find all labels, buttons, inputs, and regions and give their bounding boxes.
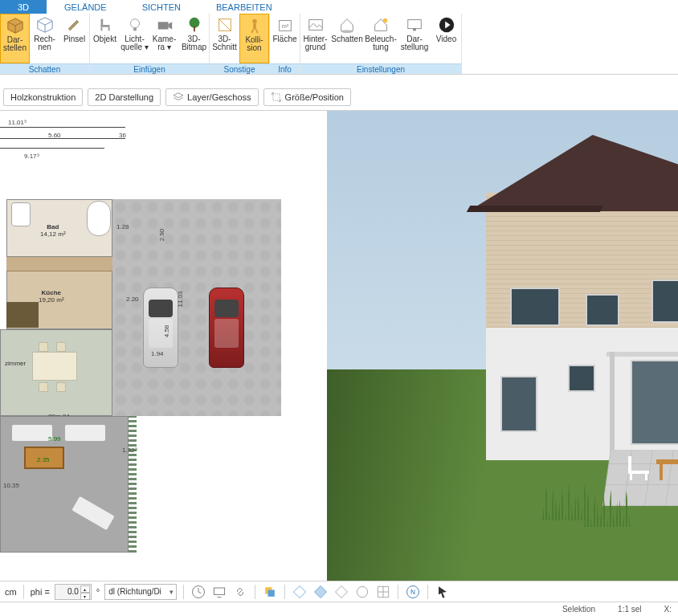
svg-point-16 (252, 19, 257, 24)
svg-rect-9 (133, 28, 137, 31)
ribbon: Dar-stellen Rech-nen Pinsel Schatten Obj… (0, 14, 678, 75)
status-scale: 1:1 sel (618, 605, 641, 614)
svg-point-41 (357, 586, 368, 597)
spin-up-icon[interactable]: ▴ (80, 585, 90, 593)
mode-dropdown[interactable]: dl (Richtung/Di (104, 584, 177, 600)
tree-icon (186, 16, 203, 34)
house-shadow-icon (338, 16, 356, 34)
snap2-icon[interactable] (312, 584, 329, 600)
svg-rect-28 (413, 29, 416, 31)
phi-label: phi = (31, 587, 50, 597)
render-3d-view[interactable] (327, 111, 678, 581)
cube-icon (6, 17, 24, 35)
label: Bitmap (182, 43, 206, 51)
main-tabstrip: 3D GELÄNDE SICHTEN BEARBEITEN (0, 0, 678, 14)
hintergrund-button[interactable]: Hinter-grund (300, 14, 330, 63)
objekt-button[interactable]: Objekt (90, 14, 120, 63)
group-label: Einfügen (90, 63, 209, 74)
ribbon-group-schatten: Dar-stellen Rech-nen Pinsel Schatten (0, 14, 90, 74)
plan-2d-view[interactable]: 11.01⁵ 5.60 36 9.17⁵ 2.90 2.20 11.03 4.5… (0, 111, 327, 581)
cursor-icon[interactable] (435, 584, 451, 600)
svg-rect-13 (194, 27, 195, 31)
dim-label: 1.28 (116, 223, 129, 230)
bitmap3d-button[interactable]: 3D-Bitmap (179, 14, 209, 63)
snap4-icon[interactable] (354, 584, 370, 600)
label: Fläche (272, 35, 296, 43)
north-icon[interactable]: N (405, 584, 421, 600)
bulb-icon (126, 16, 144, 34)
tab-sichten[interactable]: SICHTEN (125, 0, 198, 14)
darstellen-button[interactable]: Dar-stellen (0, 14, 30, 63)
svg-rect-32 (272, 94, 279, 100)
label: Holzkonstruktion (10, 92, 76, 102)
label: Größe/Position (285, 92, 344, 102)
svg-marker-11 (168, 22, 172, 29)
spin-down-icon[interactable]: ▾ (80, 593, 90, 600)
dim-label: 10.35 (3, 482, 19, 489)
beleuchtung-button[interactable]: Beleuch-tung (364, 14, 398, 63)
tab-bearbeiten[interactable]: BEARBEITEN (198, 0, 290, 14)
monitor-icon (406, 16, 423, 34)
tab-3d[interactable]: 3D (0, 0, 47, 14)
snap3-icon[interactable] (333, 584, 349, 600)
snap1-icon[interactable] (292, 584, 308, 600)
svg-rect-27 (408, 20, 422, 29)
darstellung-button[interactable]: Dar-stellung (398, 14, 431, 63)
clock-icon[interactable] (190, 584, 206, 600)
kamera-button[interactable]: Kame-ra ▾ (149, 14, 179, 63)
layer-geschoss-button[interactable]: Layer/Geschoss (165, 88, 258, 106)
label: 2D Darstellung (95, 92, 153, 102)
svg-point-12 (189, 18, 199, 28)
group-label: Sonstige (210, 63, 269, 74)
label: Video (436, 35, 456, 43)
dining-table (32, 352, 77, 381)
svg-marker-31 (174, 93, 183, 98)
play-icon (438, 16, 455, 34)
status-selektion: Selektion (562, 605, 595, 614)
schnitt3d-button[interactable]: 3D-Schnitt (210, 14, 239, 63)
slice-icon (216, 16, 234, 34)
status-x: X: (664, 605, 672, 614)
dim-label: 9.17⁵ (24, 153, 39, 160)
svg-point-8 (130, 19, 139, 28)
status-bar: Selektion 1:1 sel X: (0, 602, 678, 616)
secondary-toolbar: Holzkonstruktion 2D Darstellung Layer/Ge… (0, 75, 678, 111)
ribbon-group-einstellungen: Hinter-grund Schatten Beleuch-tung Dar-s… (300, 14, 462, 74)
layer1-icon[interactable] (262, 584, 278, 600)
svg-rect-10 (157, 22, 168, 29)
label: quelle ▾ (120, 43, 148, 51)
label: tung (365, 43, 396, 51)
label: nen (34, 43, 55, 51)
chair-icon (96, 16, 114, 34)
chair (39, 342, 48, 352)
room-label: Küche19,20 m² (39, 289, 64, 304)
area-icon: m² (276, 16, 294, 34)
label: Schnitt (212, 43, 237, 51)
monitor-small-icon[interactable] (211, 584, 227, 600)
picture-icon (307, 16, 325, 34)
cube-wire-icon (36, 16, 54, 34)
tab-gelaende[interactable]: GELÄNDE (47, 0, 125, 14)
pinsel-button[interactable]: Pinsel (59, 14, 89, 63)
label: Schatten (331, 35, 362, 43)
label: Layer/Geschoss (187, 92, 251, 102)
value: dl (Richtung/Di (108, 587, 161, 596)
svg-marker-38 (294, 585, 306, 598)
link-icon[interactable] (232, 584, 248, 600)
groesse-position-button[interactable]: Größe/Position (263, 88, 351, 106)
svg-rect-6 (100, 27, 102, 31)
video-button[interactable]: Video (431, 14, 461, 63)
grid-icon[interactable] (375, 584, 391, 600)
svg-rect-17 (253, 23, 256, 29)
phi-input[interactable]: 0.0 ▴▾ (55, 584, 92, 600)
flaeche-button[interactable]: m² Fläche (270, 14, 300, 63)
darstellung2d-button[interactable]: 2D Darstellung (88, 88, 161, 106)
holzkonstruktion-button[interactable]: Holzkonstruktion (3, 88, 83, 106)
rechnen-button[interactable]: Rech-nen (30, 14, 59, 63)
kollision-button[interactable]: Kolli-sion (239, 14, 269, 63)
person-icon (246, 17, 263, 35)
lichtquelle-button[interactable]: Licht-quelle ▾ (120, 14, 149, 63)
toilet-icon (11, 202, 31, 226)
schatten-button[interactable]: Schatten (330, 14, 364, 63)
counter (6, 302, 39, 328)
